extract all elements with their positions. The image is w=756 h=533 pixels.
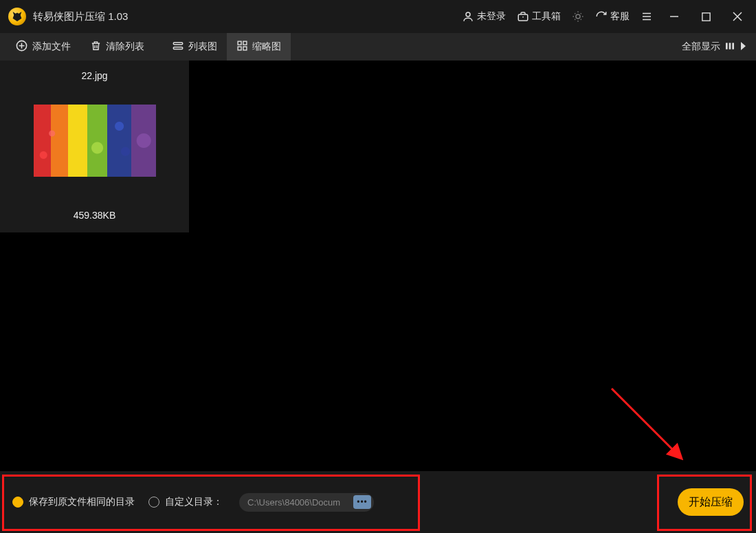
login-label: 未登录 <box>477 10 506 23</box>
thumb-view-button[interactable]: 缩略图 <box>227 33 291 61</box>
chevron-right-icon <box>740 41 746 53</box>
app-logo-icon <box>8 8 26 25</box>
thumb-view-label: 缩略图 <box>252 41 281 53</box>
custom-dir-radio[interactable]: 自定义目录： <box>148 496 223 508</box>
toolbox-icon <box>517 10 529 23</box>
output-dir-group: 保存到原文件相同的目录 自定义目录： C:\Users\84006\Docum … <box>12 493 374 512</box>
svg-rect-10 <box>243 47 247 50</box>
titlebar: 转易侠图片压缩 1.03 未登录 工具箱 客服 <box>0 0 756 33</box>
save-same-dir-radio[interactable]: 保存到原文件相同的目录 <box>12 496 135 508</box>
custom-dir-label: 自定义目录： <box>165 496 223 508</box>
toolbar: 添加文件 清除列表 列表图 缩略图 全部显示 <box>0 33 756 61</box>
svg-rect-7 <box>238 41 241 45</box>
output-path-input[interactable]: C:\Users\84006\Docum ••• <box>239 493 374 512</box>
svg-rect-3 <box>702 12 709 20</box>
plus-circle-icon <box>15 39 28 54</box>
add-file-label: 添加文件 <box>32 41 71 53</box>
trash-icon <box>90 40 102 54</box>
login-button[interactable]: 未登录 <box>459 8 509 25</box>
grid-icon <box>236 40 248 54</box>
radio-checked-icon <box>12 497 23 508</box>
user-icon <box>462 10 474 23</box>
output-path-text: C:\Users\84006\Docum <box>247 497 353 508</box>
content-area: 22.jpg 459.38KB <box>0 61 756 471</box>
service-button[interactable]: 客服 <box>592 8 632 25</box>
start-compress-button[interactable]: 开始压缩 <box>678 488 744 516</box>
app-title: 转易侠图片压缩 1.03 <box>33 10 128 23</box>
svg-rect-8 <box>243 41 247 45</box>
show-all-button[interactable]: 全部显示 <box>672 33 756 61</box>
svg-point-0 <box>466 12 470 17</box>
file-thumbnail <box>34 105 156 177</box>
show-all-label: 全部显示 <box>682 41 720 53</box>
file-size: 459.38KB <box>74 210 116 221</box>
clear-list-button[interactable]: 清除列表 <box>80 33 154 61</box>
maximize-button[interactable] <box>693 6 719 28</box>
sun-icon <box>572 10 584 23</box>
bottombar: 保存到原文件相同的目录 自定义目录： C:\Users\84006\Docum … <box>0 471 756 533</box>
svg-point-2 <box>576 14 580 19</box>
toolbox-button[interactable]: 工具箱 <box>514 8 564 25</box>
menu-button[interactable] <box>638 8 656 25</box>
refresh-icon <box>595 10 608 23</box>
svg-rect-6 <box>173 47 183 49</box>
toolbox-label: 工具箱 <box>532 10 561 23</box>
add-file-button[interactable]: 添加文件 <box>5 33 80 61</box>
list-icon <box>172 40 184 54</box>
browse-button[interactable]: ••• <box>353 495 371 509</box>
svg-rect-11 <box>726 43 728 49</box>
theme-button[interactable] <box>569 8 587 25</box>
file-card[interactable]: 22.jpg 459.38KB <box>0 61 189 232</box>
clear-list-label: 清除列表 <box>106 41 144 53</box>
minimize-button[interactable] <box>661 6 687 28</box>
list-view-button[interactable]: 列表图 <box>162 33 227 61</box>
file-name: 22.jpg <box>81 70 107 81</box>
svg-rect-9 <box>238 47 241 50</box>
svg-rect-13 <box>732 43 734 49</box>
save-same-dir-label: 保存到原文件相同的目录 <box>29 496 135 508</box>
list-view-label: 列表图 <box>188 41 217 53</box>
close-button[interactable] <box>724 6 751 28</box>
minimize-icon <box>669 11 680 22</box>
close-icon <box>732 11 743 22</box>
columns-icon <box>724 41 735 54</box>
maximize-icon <box>701 12 711 22</box>
menu-icon <box>641 10 653 23</box>
svg-rect-5 <box>173 42 183 44</box>
svg-rect-12 <box>729 43 731 49</box>
service-label: 客服 <box>610 10 630 23</box>
radio-unchecked-icon <box>148 497 159 508</box>
